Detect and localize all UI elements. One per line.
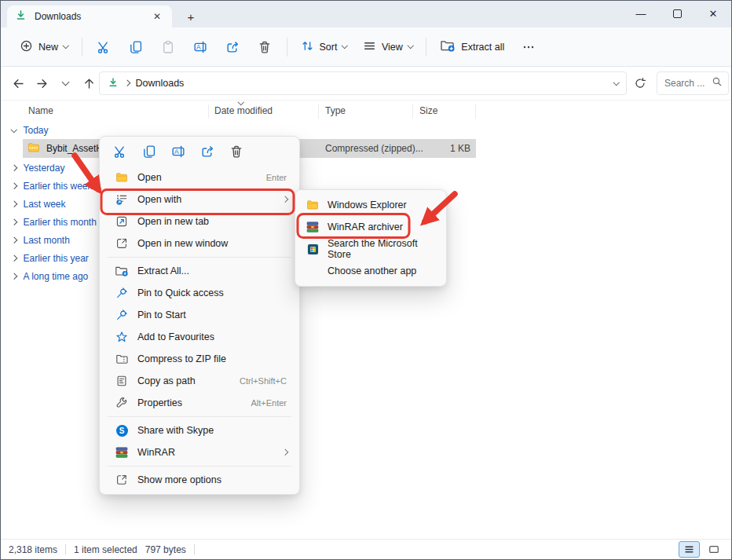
menu-item-copy-as-path[interactable]: Copy as path Ctrl+Shift+C <box>103 370 296 392</box>
group-row-yesterday[interactable]: Yesterday <box>12 163 64 174</box>
submenu-item-winrar-archiver[interactable]: WinRAR archiver <box>295 216 446 238</box>
new-tab-icon <box>114 215 130 228</box>
sort-icon <box>301 39 314 55</box>
up-button[interactable] <box>78 71 101 95</box>
menu-item-pin-to-start[interactable]: Pin to Start <box>103 304 296 326</box>
menu-item-open-in-new-window[interactable]: Open in new window <box>103 232 296 254</box>
group-row-last-month[interactable]: Last month <box>12 235 70 246</box>
column-date-modified[interactable]: Date modified <box>214 105 273 116</box>
back-button[interactable] <box>7 71 30 95</box>
breadcrumb[interactable]: Downloads <box>99 71 627 95</box>
group-row-a-long-time-ago[interactable]: A long time ago <box>12 271 88 282</box>
open-with-submenu: Windows Explorer WinRAR archiver Search … <box>295 189 447 287</box>
group-label: Today <box>24 125 49 136</box>
maximize-icon <box>673 9 682 18</box>
details-view-toggle[interactable] <box>679 541 700 558</box>
large-icons-view-toggle[interactable] <box>704 542 723 557</box>
share-button[interactable] <box>217 33 249 61</box>
divider <box>287 38 287 57</box>
chevron-down-icon <box>342 42 348 49</box>
extract-all-button[interactable]: Extract all <box>432 33 512 61</box>
copy-button[interactable] <box>136 140 162 163</box>
file-type: Compressed (zipped)... <box>325 143 423 154</box>
refresh-button[interactable] <box>628 71 652 95</box>
rename-button[interactable]: A <box>165 140 191 163</box>
forward-button[interactable] <box>31 71 53 95</box>
pin-icon <box>114 309 130 321</box>
extract-folder-icon <box>440 38 456 55</box>
paste-button[interactable] <box>152 33 185 61</box>
download-icon <box>15 9 27 24</box>
shortcut: Enter <box>266 173 287 182</box>
submenu-item-windows-explorer[interactable]: Windows Explorer <box>295 194 446 216</box>
group-label: A long time ago <box>24 271 89 282</box>
new-tab-button[interactable]: + <box>181 8 200 25</box>
column-type[interactable]: Type <box>325 105 346 116</box>
sort-button[interactable]: Sort <box>293 33 355 61</box>
winrar-icon <box>306 221 320 233</box>
view-icon <box>363 39 376 55</box>
group-row-earlier-this-year[interactable]: Earlier this year <box>12 253 89 264</box>
menu-item-open-in-new-tab[interactable]: Open in new tab <box>103 210 296 232</box>
tab-strip: Downloads ✕ + — ✕ <box>1 1 731 27</box>
group-row-earlier-this-week[interactable]: Earlier this week <box>12 181 93 192</box>
submenu-item-choose-another-app[interactable]: Choose another app <box>295 260 446 282</box>
tab-close-icon[interactable]: ✕ <box>150 9 164 24</box>
tab-downloads[interactable]: Downloads ✕ <box>7 5 172 27</box>
new-window-icon <box>114 237 130 250</box>
menu-item-pin-to-quick-access[interactable]: Pin to Quick access <box>103 282 296 304</box>
view-button[interactable]: View <box>355 33 420 61</box>
group-row-today[interactable]: Today <box>12 125 49 136</box>
menu-separator <box>108 257 291 258</box>
copy-button[interactable] <box>120 33 152 61</box>
show-more-icon <box>114 474 130 486</box>
star-icon <box>114 331 130 343</box>
breadcrumb-location[interactable]: Downloads <box>136 78 185 89</box>
chevron-right-icon <box>11 219 17 225</box>
group-label: Earlier this month <box>24 217 97 228</box>
delete-button[interactable] <box>223 140 249 163</box>
shortcut: Alt+Enter <box>251 398 287 408</box>
menu-item-open[interactable]: Open Enter <box>103 167 296 188</box>
column-header-row: Name Date modified Type Size <box>1 101 731 120</box>
more-options-button[interactable] <box>512 33 544 61</box>
group-row-earlier-this-month[interactable]: Earlier this month <box>12 217 97 228</box>
menu-item-extract-all[interactable]: Extract All... <box>103 260 296 282</box>
new-button[interactable]: New <box>12 33 76 61</box>
search-box <box>657 71 729 95</box>
menu-item-properties[interactable]: Properties Alt+Enter <box>103 392 296 414</box>
share-button[interactable] <box>194 140 220 163</box>
svg-text:A: A <box>196 42 201 50</box>
column-divider <box>318 104 319 119</box>
menu-item-winrar[interactable]: WinRAR <box>103 441 296 463</box>
chevron-down-icon <box>11 126 17 133</box>
recent-locations-button[interactable] <box>54 71 77 95</box>
group-row-last-week[interactable]: Last week <box>12 199 66 210</box>
menu-item-compress-to-zip[interactable]: Compress to ZIP file <box>103 348 296 370</box>
cut-button[interactable] <box>88 33 120 61</box>
rename-button[interactable]: A <box>185 33 217 61</box>
delete-button[interactable] <box>249 33 281 61</box>
menu-item-show-more-options[interactable]: Show more options <box>103 469 296 491</box>
submenu-item-search-microsoft-store[interactable]: Search the Microsoft Store <box>295 238 446 260</box>
maximize-button[interactable] <box>659 1 695 27</box>
group-label: Earlier this year <box>24 253 89 264</box>
file-size: 1 KB <box>415 143 470 154</box>
minimize-button[interactable]: — <box>623 1 659 27</box>
column-size[interactable]: Size <box>419 105 437 116</box>
extract-all-label: Extract all <box>461 42 504 53</box>
divider <box>82 38 82 57</box>
folder-icon <box>306 199 320 211</box>
column-name[interactable]: Name <box>28 105 53 116</box>
folder-icon <box>114 171 130 184</box>
search-input[interactable] <box>663 77 708 90</box>
menu-item-open-with[interactable]: Open with <box>103 188 296 210</box>
chevron-down-icon[interactable] <box>613 79 619 86</box>
group-label: Last month <box>24 235 70 246</box>
cut-button[interactable] <box>107 140 133 163</box>
close-button[interactable]: ✕ <box>695 1 731 27</box>
menu-item-add-to-favourites[interactable]: Add to Favourites <box>103 326 296 348</box>
microsoft-store-icon <box>306 243 320 255</box>
menu-item-share-with-skype[interactable]: S Share with Skype <box>103 419 296 441</box>
nav-buttons <box>7 71 101 95</box>
